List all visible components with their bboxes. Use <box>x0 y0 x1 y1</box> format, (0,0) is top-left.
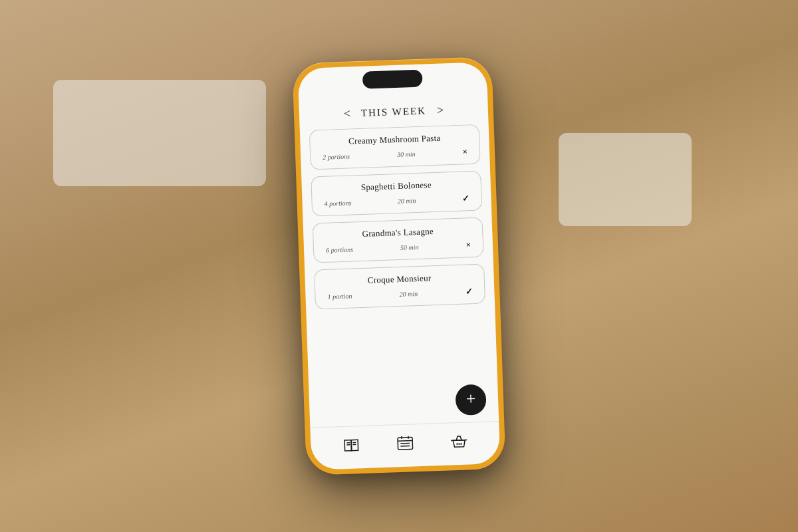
recipe-name: Spaghetti Bolonese <box>321 178 471 194</box>
plus-icon: + <box>466 390 476 408</box>
dynamic-island <box>362 70 423 89</box>
recipe-list: Creamy Mushroom Pasta 2 portions 30 min … <box>300 124 497 388</box>
recipe-portions: 2 portions <box>323 152 350 160</box>
keyboard-decoration <box>53 80 266 186</box>
recipe-portions: 4 portions <box>324 199 351 207</box>
recipe-time: 50 min <box>400 243 419 251</box>
screen-content: < This Week > Creamy Mushroom Pasta 2 po… <box>298 62 501 470</box>
recipe-name: Creamy Mushroom Pasta <box>319 132 469 148</box>
add-recipe-button[interactable]: + <box>455 384 487 416</box>
svg-line-11 <box>452 440 467 440</box>
recipe-card[interactable]: Creamy Mushroom Pasta 2 portions 30 min … <box>309 124 481 170</box>
book-icon <box>342 437 361 454</box>
next-week-button[interactable]: > <box>437 104 444 118</box>
nav-week-button[interactable] <box>392 430 419 457</box>
recipe-action-button[interactable]: × <box>462 146 467 157</box>
nav-recipes-button[interactable] <box>337 431 364 458</box>
recipe-action-button[interactable]: × <box>466 239 471 250</box>
svg-line-0 <box>351 440 352 450</box>
week-title: This Week <box>361 105 427 118</box>
prev-week-button[interactable]: < <box>343 106 350 120</box>
recipe-portions: 1 portion <box>327 292 352 300</box>
recipe-name: Croque Monsieur <box>324 271 474 287</box>
recipe-meta: 2 portions 30 min × <box>320 146 470 162</box>
basket-icon <box>450 433 469 450</box>
recipe-meta: 1 portion 20 min ✓ <box>325 286 475 302</box>
recipe-time: 20 min <box>399 290 418 298</box>
svg-line-6 <box>398 440 412 441</box>
recipe-meta: 6 portions 50 min × <box>323 239 473 255</box>
trackpad-decoration <box>559 133 692 226</box>
recipe-time: 30 min <box>397 150 416 158</box>
calendar-icon <box>396 435 415 452</box>
recipe-name: Grandma's Lasagne <box>323 225 473 241</box>
recipe-meta: 4 portions 20 min ✓ <box>321 193 471 209</box>
recipe-card[interactable]: Croque Monsieur 1 portion 20 min ✓ <box>314 264 485 310</box>
recipe-action-button[interactable]: ✓ <box>462 193 469 203</box>
fab-container: + <box>309 381 499 428</box>
recipe-portions: 6 portions <box>326 245 353 253</box>
nav-shopping-button[interactable] <box>446 428 473 455</box>
phone-screen: < This Week > Creamy Mushroom Pasta 2 po… <box>298 62 501 470</box>
phone-shell: < This Week > Creamy Mushroom Pasta 2 po… <box>292 57 505 475</box>
recipe-action-button[interactable]: ✓ <box>465 286 473 297</box>
bottom-navigation <box>310 421 500 470</box>
recipe-time: 20 min <box>398 197 416 205</box>
recipe-card[interactable]: Spaghetti Bolonese 4 portions 20 min ✓ <box>311 171 482 217</box>
recipe-card[interactable]: Grandma's Lasagne 6 portions 50 min × <box>313 217 484 263</box>
